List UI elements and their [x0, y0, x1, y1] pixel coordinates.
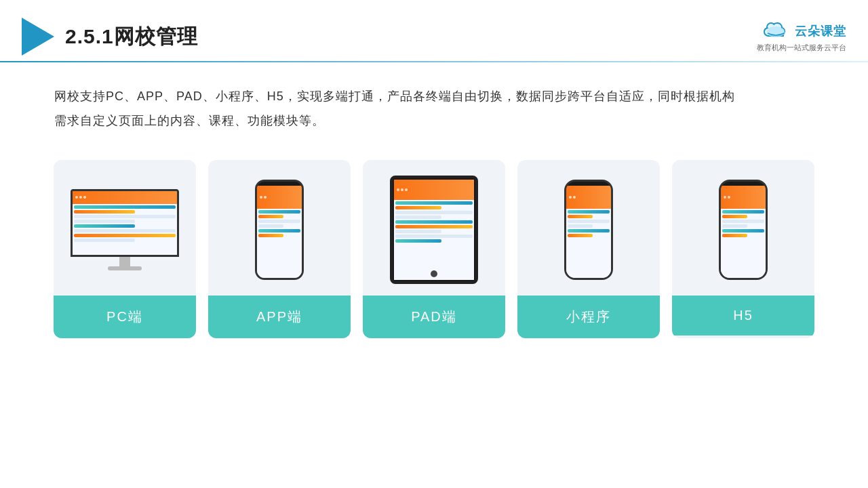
logo-triangle-icon: [22, 18, 54, 56]
card-miniprogram-image: [517, 160, 660, 296]
card-pad-image: [363, 160, 505, 296]
card-pc-label: PC端: [54, 296, 196, 338]
card-app-image: [208, 160, 351, 296]
brand-logo: 云朵课堂: [761, 21, 846, 41]
card-pad: PAD端: [363, 160, 505, 338]
header: 2.5.1网校管理 云朵课堂 教育机构一站式服务云平台: [0, 0, 868, 61]
cloud-icon: [761, 21, 791, 41]
phone-miniprogram-icon: [564, 180, 613, 280]
card-miniprogram-label: 小程序: [517, 296, 660, 338]
description: 网校支持PC、APP、PAD、小程序、H5，实现多端打通，产品各终端自由切换，数…: [0, 62, 868, 140]
tablet-icon: [390, 176, 478, 284]
phone-h5-icon: [719, 180, 768, 280]
page-title: 2.5.1网校管理: [65, 23, 198, 51]
card-app: APP端: [208, 160, 351, 338]
brand-tagline: 教育机构一站式服务云平台: [757, 43, 846, 53]
phone-app-icon: [255, 180, 304, 280]
card-pc-image: [54, 160, 196, 296]
card-h5-image: [672, 160, 814, 296]
card-app-label: APP端: [208, 296, 351, 338]
card-pc: PC端: [54, 160, 196, 338]
pc-monitor-icon: [71, 189, 179, 270]
card-miniprogram: 小程序: [517, 160, 660, 338]
header-left: 2.5.1网校管理: [22, 18, 198, 56]
brand-name: 云朵课堂: [795, 23, 846, 39]
card-h5: H5: [672, 160, 814, 338]
card-pad-label: PAD端: [363, 296, 505, 338]
card-h5-label: H5: [672, 296, 814, 336]
header-right: 云朵课堂 教育机构一站式服务云平台: [757, 21, 846, 53]
description-line2: 需求自定义页面上的内容、课程、功能模块等。: [54, 108, 814, 133]
description-line1: 网校支持PC、APP、PAD、小程序、H5，实现多端打通，产品各终端自由切换，数…: [54, 84, 814, 108]
cards-container: PC端: [0, 140, 868, 338]
